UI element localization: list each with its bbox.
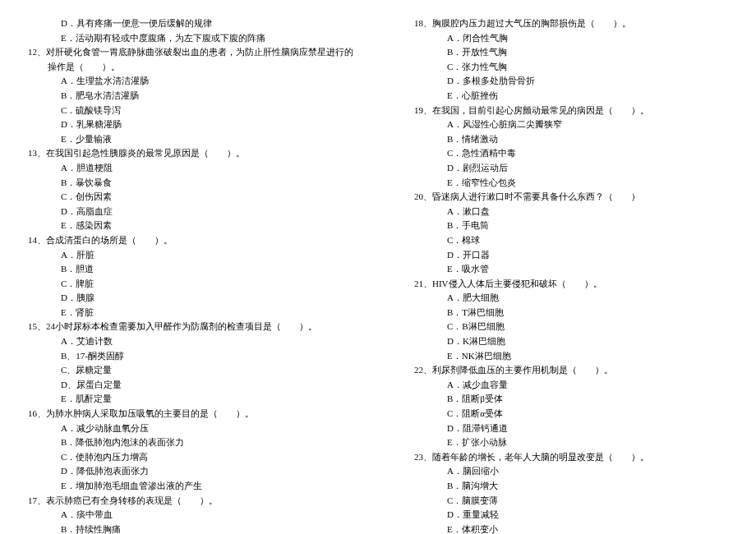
q21-option-a: A．肥大细胞 (394, 291, 748, 306)
q16-option-b: B．降低肺泡内泡沫的表面张力 (8, 435, 362, 450)
q15-option-a: A．艾迪计数 (8, 334, 362, 349)
q12-option-a: A．生理盐水清洁灌肠 (8, 74, 362, 89)
q13-option-e: E．感染因素 (8, 219, 362, 233)
q14-option-c: C．脾脏 (8, 277, 362, 292)
q13-option-d: D．高脂血症 (8, 205, 362, 219)
q12-option-d: D．乳果糖灌肠 (8, 117, 362, 132)
q12-option-e: E．少量输液 (8, 132, 362, 147)
q20-stem: 20、昏迷病人进行漱口时不需要具备什么东西？（ ） (414, 190, 748, 205)
q20-option-b: B．手电筒 (394, 219, 748, 233)
q17-option-b: B．持续性胸痛 (8, 522, 362, 534)
q17-option-a: A．痰中带血 (8, 508, 362, 522)
right-column: 18、胸膜腔内压力超过大气压的胸部损伤是（ ）。 A．闭合性气胸 B．开放性气胸… (394, 16, 748, 534)
q13-option-c: C．创伤因素 (8, 190, 362, 205)
q21-option-b: B．T淋巴细胞 (394, 306, 748, 320)
q16-option-a: A．减少动脉血氧分压 (8, 421, 362, 436)
q21-stem: 21、HIV侵入人体后主要侵犯和破坏（ ）。 (414, 277, 748, 292)
q14-option-e: E．肾脏 (8, 306, 362, 320)
left-column: D．具有疼痛一便意一便后缓解的规律 E．活动期有轻或中度腹痛，为左下腹或下腹的阵… (8, 16, 362, 534)
q18-option-c: C．张力性气胸 (394, 60, 748, 75)
q15-option-d: D、尿蛋白定量 (8, 378, 362, 393)
q16-option-e: E．增加肺泡毛细血管渗出液的产生 (8, 479, 362, 494)
q22-option-e: E．扩张小动脉 (394, 435, 748, 450)
q22-option-d: D．阻滞钙通道 (394, 421, 748, 436)
q13-stem: 13、在我国引起急性胰腺炎的最常见原因是（ ）。 (28, 146, 362, 161)
q11-option-e: E．活动期有轻或中度腹痛，为左下腹或下腹的阵痛 (8, 31, 362, 46)
q22-option-c: C．阻断α受体 (394, 407, 748, 421)
q22-stem: 22、利尿剂降低血压的主要作用机制是（ ）。 (414, 363, 748, 378)
q14-option-b: B．胆道 (8, 262, 362, 277)
q19-option-c: C．急性酒精中毒 (394, 146, 748, 161)
q21-option-d: D．K淋巴细胞 (394, 334, 748, 349)
q18-stem: 18、胸膜腔内压力超过大气压的胸部损伤是（ ）。 (414, 16, 748, 31)
q16-option-c: C．使肺泡内压力增高 (8, 450, 362, 465)
q19-option-e: E．缩窄性心包炎 (394, 176, 748, 191)
q23-option-b: B．脑沟增大 (394, 479, 748, 494)
q20-option-d: D．开口器 (394, 248, 748, 263)
q23-option-e: E．体积变小 (394, 522, 748, 534)
q16-stem: 16、为肺水肿病人采取加压吸氧的主要目的是（ ）。 (28, 407, 362, 421)
q18-option-a: A．闭合性气胸 (394, 31, 748, 46)
q23-option-c: C．脑膜变薄 (394, 494, 748, 509)
q23-option-a: A．脑回缩小 (394, 464, 748, 479)
q18-option-b: B．开放性气胸 (394, 45, 748, 60)
q18-option-e: E．心脏挫伤 (394, 89, 748, 104)
q22-option-a: A．减少血容量 (394, 378, 748, 393)
q15-stem: 15、24小时尿标本检查需要加入甲醛作为防腐剂的检查项目是（ ）。 (28, 320, 362, 334)
q13-option-b: B．暴饮暴食 (8, 176, 362, 191)
q23-stem: 23、随着年龄的增长，老年人大脑的明显改变是（ ）。 (414, 450, 748, 465)
q12-option-c: C．硫酸镁导泻 (8, 104, 362, 118)
q19-option-a: A．风湿性心脏病二尖瓣狭窄 (394, 117, 748, 132)
q16-option-d: D．降低肺泡表面张力 (8, 464, 362, 479)
q19-stem: 19、在我国，目前引起心房颤动最常见的病因是（ ）。 (414, 104, 748, 118)
q22-option-b: B．阻断β受体 (394, 392, 748, 407)
q21-option-e: E．NK淋巴细胞 (394, 349, 748, 364)
q15-option-b: B、17-酮类固醇 (8, 349, 362, 364)
q19-option-d: D．剧烈运动后 (394, 161, 748, 176)
q13-option-a: A．胆道梗阻 (8, 161, 362, 176)
q19-option-b: B．情绪激动 (394, 132, 748, 147)
q18-option-d: D．多根多处肋骨骨折 (394, 74, 748, 89)
q23-option-d: D．重量减轻 (394, 508, 748, 522)
q20-option-e: E．吸水管 (394, 262, 748, 277)
q20-option-c: C．棉球 (394, 233, 748, 248)
q15-option-c: C、尿糖定量 (8, 363, 362, 378)
q20-option-a: A．漱口盘 (394, 205, 748, 219)
q12-stem: 12、对肝硬化食管一胃底静脉曲张破裂出血的患者，为防止肝性脑病应禁星进行的操作是… (28, 45, 362, 74)
q12-option-b: B．肥皂水清洁灌肠 (8, 89, 362, 104)
q15-option-e: E．肌酐定量 (8, 392, 362, 407)
q11-option-d: D．具有疼痛一便意一便后缓解的规律 (8, 16, 362, 31)
q14-stem: 14、合成清蛋白的场所是（ ）。 (28, 233, 362, 248)
q14-option-d: D．胰腺 (8, 291, 362, 306)
q21-option-c: C．B淋巴细胞 (394, 320, 748, 334)
q17-stem: 17、表示肺癌已有全身转移的表现是（ ）。 (28, 494, 362, 509)
q14-option-a: A．肝脏 (8, 248, 362, 263)
